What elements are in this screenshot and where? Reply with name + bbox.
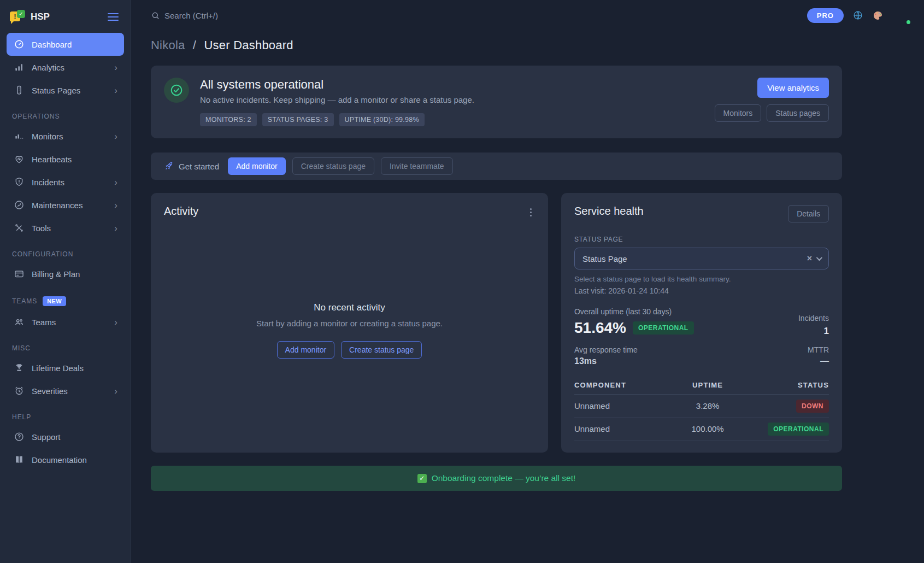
view-analytics-button[interactable]: View analytics [757,78,829,98]
sidebar-item-tools[interactable]: Tools [7,216,124,239]
sidebar-item-billing[interactable]: Billing & Plan [7,262,124,285]
component-name: Unnamed [574,401,667,410]
uptime-chip: UPTIME (30D): 99.98% [339,113,425,126]
add-monitor-button[interactable]: Add monitor [228,157,285,175]
status-hero-card: All systems operational No active incide… [151,66,842,138]
shield-alert-icon [13,177,25,187]
empty-state-subtitle: Start by adding a monitor or creating a … [256,319,443,328]
sidebar-item-label: Heartbeats [32,155,117,164]
table-row[interactable]: Unnamed 100.00% OPERATIONAL [574,418,829,441]
component-uptime: 100.00% [667,424,748,433]
sidebar-item-analytics[interactable]: Analytics [7,56,124,79]
service-health-title: Service health [574,205,644,218]
sidebar-item-maintenances[interactable]: Maintenances [7,193,124,216]
logo-row: ! ✓ HSP [7,8,124,33]
hamburger-menu-icon[interactable] [105,11,121,23]
wrench-circle-icon [13,200,25,210]
sidebar-item-severities[interactable]: Severities [7,379,124,402]
status-pages-button[interactable]: Status pages [767,104,829,122]
clear-selection-icon[interactable] [803,254,816,263]
hero-subtitle: No active incidents. Keep shipping — add… [200,95,704,104]
monitor-bars-icon [13,131,25,142]
rocket-icon [164,161,174,171]
chevron-right-icon [114,132,117,141]
sidebar-item-dashboard[interactable]: Dashboard [7,33,124,56]
breadcrumb-parent[interactable]: Nikola [151,38,185,52]
mttr-value: — [808,356,829,366]
trophy-icon [13,362,25,373]
sidebar-section-operations: OPERATIONS [12,113,119,120]
mttr-label: MTTR [808,345,829,354]
sidebar-item-label: Maintenances [32,201,107,210]
create-status-page-button[interactable]: Create status page [341,341,422,359]
status-page-select[interactable]: Status Page [574,248,829,269]
breadcrumb-current: User Dashboard [204,38,293,52]
component-name: Unnamed [574,424,667,433]
activity-card: Activity No recent activity Start by add… [151,193,548,453]
get-started-bar: Get started Add monitor Create status pa… [151,153,842,180]
search-input[interactable]: Search (Ctrl+/) [151,11,807,20]
bar-chart-icon [13,62,25,73]
sidebar-item-status-pages[interactable]: Status Pages [7,79,124,102]
breadcrumb-separator: / [193,38,196,52]
sidebar-item-label: Teams [32,318,107,327]
create-status-page-button[interactable]: Create status page [292,157,374,175]
sidebar-item-label: Tools [32,224,107,233]
incidents-label: Incidents [798,314,829,322]
kebab-menu-icon[interactable] [527,205,535,220]
sidebar-item-label: Severities [32,386,107,396]
details-button[interactable]: Details [788,205,829,222]
select-helper-text: Select a status page to load its health … [574,275,829,283]
component-uptime: 3.28% [667,401,748,410]
incidents-value: 1 [798,326,829,337]
chevron-right-icon [114,318,117,327]
get-started-label: Get started [179,162,219,171]
globe-icon[interactable] [852,10,863,21]
pro-badge[interactable]: PRO [807,8,844,23]
sidebar-item-label: Documentation [32,455,117,465]
down-badge: DOWN [796,400,829,413]
check-circle-icon [164,78,189,103]
monitors-button[interactable]: Monitors [715,104,762,122]
page-content: Nikola / User Dashboard All systems oper… [131,31,924,563]
invite-teammate-button[interactable]: Invite teammate [381,157,453,175]
alarm-clock-icon [13,385,25,396]
sidebar-item-monitors[interactable]: Monitors [7,125,124,148]
sidebar-item-label: Dashboard [32,40,117,49]
traffic-light-icon [13,85,25,96]
sidebar-item-label: Support [32,432,117,442]
sidebar-item-support[interactable]: Support [7,425,124,448]
uptime-label: Overall uptime (last 30 days) [574,307,694,316]
chevron-right-icon [114,201,117,210]
service-health-card: Service health Details STATUS PAGE Statu… [561,193,842,453]
onboarding-complete-banner: ✓ Onboarding complete — you’re all set! [151,466,842,491]
user-avatar[interactable] [892,6,911,25]
crossed-tools-icon [13,222,25,233]
topbar: Search (Ctrl+/) PRO [131,0,924,31]
brand-name: HSP [31,11,100,22]
sidebar-section-help: HELP [12,413,119,421]
sidebar: ! ✓ HSP Dashboard Analytics Status Pages… [0,0,131,563]
avg-response-value: 13ms [574,356,638,366]
sidebar-section-configuration: CONFIGURATION [12,250,119,258]
add-monitor-button[interactable]: Add monitor [277,341,334,359]
chevron-down-icon [816,255,822,261]
table-row[interactable]: Unnamed 3.28% DOWN [574,395,829,418]
last-visit-text: Last visit: 2026-01-24 10:44 [574,286,829,295]
app-logo-icon: ! ✓ [10,10,25,24]
sidebar-item-documentation[interactable]: Documentation [7,448,124,471]
heartbeat-icon [13,154,25,165]
chevron-right-icon [114,178,117,187]
select-value: Status Page [582,254,803,263]
sidebar-item-label: Monitors [32,132,107,141]
sidebar-item-incidents[interactable]: Incidents [7,171,124,193]
sidebar-item-teams[interactable]: Teams [7,310,124,333]
sidebar-item-lifetime-deals[interactable]: Lifetime Deals [7,356,124,379]
empty-state-title: No recent activity [314,302,385,313]
white-check-green-square-icon: ✓ [417,474,427,483]
chevron-right-icon [114,224,117,233]
theme-palette-icon[interactable] [872,10,884,21]
column-header-status: STATUS [748,381,829,389]
book-icon [13,454,25,465]
sidebar-item-heartbeats[interactable]: Heartbeats [7,148,124,171]
